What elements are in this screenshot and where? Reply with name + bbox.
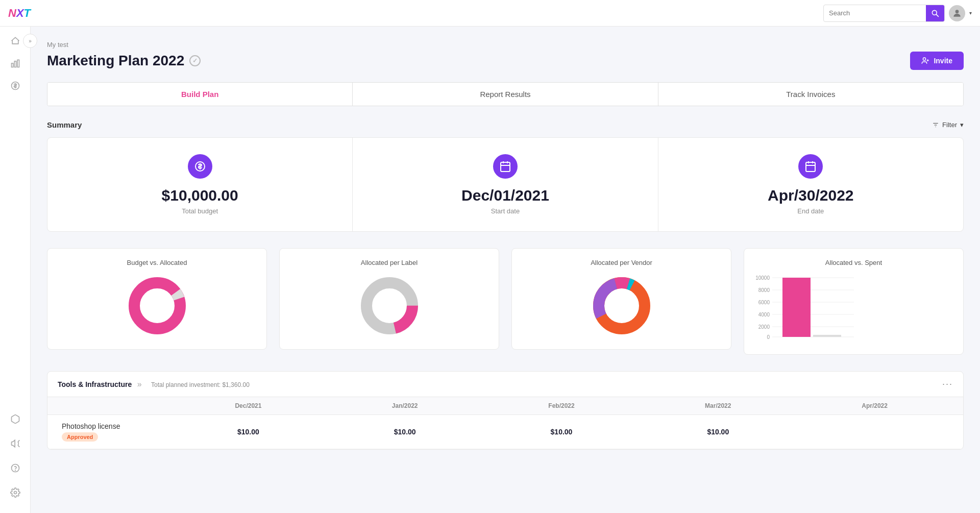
search-box	[823, 5, 945, 22]
table-arrow-icon: »	[137, 380, 142, 388]
start-date-value: Dec/01/2021	[365, 187, 645, 204]
end-date-label: End date	[671, 207, 951, 215]
tab-build-plan[interactable]: Build Plan	[47, 83, 353, 106]
end-date-icon	[798, 154, 823, 179]
sidebar-item-help[interactable]	[5, 458, 26, 476]
stat-card-budget: $10,000.00 Total budget	[47, 138, 353, 231]
summary-header: Summary Filter ▾	[47, 120, 964, 129]
chart-allocated-vs-spent: Allocated vs. Spent 10000 8000 6000 4000…	[744, 248, 964, 355]
budget-label: Total budget	[60, 207, 340, 215]
svg-text:0: 0	[767, 334, 770, 340]
stat-card-start: Dec/01/2021 Start date	[353, 138, 658, 231]
breadcrumb: My test	[47, 41, 964, 48]
filter-chevron-icon: ▾	[960, 121, 964, 129]
logo: NXT	[8, 7, 31, 20]
search-button[interactable]	[926, 5, 944, 22]
main-content: My test Marketing Plan 2022 ✓ Invite Bui…	[31, 27, 980, 476]
col-header-dec2021: Dec/2021	[170, 397, 327, 414]
sidebar-item-chart[interactable]	[5, 53, 26, 74]
svg-rect-51	[813, 335, 841, 337]
svg-text:4000: 4000	[758, 312, 770, 317]
tabs: Build Plan Report Results Track Invoices	[47, 82, 964, 106]
svg-line-7	[18, 440, 19, 442]
svg-point-37	[608, 292, 635, 319]
stat-cards: $10,000.00 Total budget Dec/01/2021 Star…	[47, 137, 964, 232]
row-name-photoshop: Photoshop license Approved	[58, 415, 170, 449]
svg-rect-3	[11, 63, 13, 67]
svg-point-2	[955, 10, 959, 13]
megaphone-icon	[10, 438, 20, 449]
table-section: Tools & Infrastructure » Total planned i…	[47, 371, 964, 450]
col-header-apr2022: Apr/2022	[796, 397, 953, 414]
row-val-feb: $10.00	[483, 421, 640, 443]
budget-icon	[188, 154, 212, 179]
col-header-jan2022: Jan/2022	[327, 397, 483, 414]
row-val-dec: $10.00	[170, 421, 327, 443]
row-val-jan: $10.00	[327, 421, 483, 443]
table-more-button[interactable]: ···	[942, 379, 953, 389]
end-date-value: Apr/30/2022	[671, 187, 951, 204]
help-icon	[10, 463, 20, 473]
bar-chart-svg: 10000 8000 6000 4000 2000 0	[754, 273, 856, 344]
svg-text:6000: 6000	[758, 300, 770, 305]
svg-point-10	[15, 470, 15, 471]
avatar-chevron-icon[interactable]: ▾	[969, 10, 972, 16]
filter-button[interactable]: Filter ▾	[932, 121, 964, 129]
status-badge: Approved	[62, 432, 98, 442]
sidebar: »	[0, 27, 31, 476]
stat-card-end: Apr/30/2022 End date	[658, 138, 963, 231]
sidebar-item-dollar[interactable]	[5, 76, 26, 96]
chart-allocated-per-label: Allocated per Label	[279, 248, 499, 350]
row-val-apr	[796, 425, 953, 439]
svg-rect-50	[782, 278, 811, 337]
page-title-row: Marketing Plan 2022 ✓ Invite	[47, 52, 964, 70]
page-title: Marketing Plan 2022 ✓	[47, 53, 201, 69]
col-header-mar2022: Mar/2022	[640, 397, 796, 414]
table-row: Photoshop license Approved $10.00 $10.00…	[47, 415, 963, 449]
invite-button[interactable]: Invite	[910, 52, 964, 70]
budget-value: $10,000.00	[60, 187, 340, 204]
table-column-headers: Dec/2021 Jan/2022 Feb/2022 Mar/2022 Apr/…	[47, 397, 963, 415]
avatar[interactable]	[949, 5, 965, 21]
svg-text:8000: 8000	[758, 287, 770, 293]
sidebar-item-box[interactable]	[5, 409, 26, 429]
svg-line-8	[18, 445, 19, 447]
chart-allocated-per-vendor: Allocated per Vendor	[511, 248, 731, 350]
table-section-title-row: Tools & Infrastructure » Total planned i…	[58, 380, 250, 389]
svg-text:10000: 10000	[755, 275, 770, 281]
sidebar-bottom	[5, 409, 26, 476]
summary-title: Summary	[47, 120, 82, 129]
table-section-title: Tools & Infrastructure	[58, 380, 132, 388]
topnav-right: ▾	[823, 5, 972, 22]
sidebar-item-megaphone[interactable]	[5, 433, 26, 454]
sidebar-toggle-button[interactable]: »	[23, 34, 37, 48]
topnav: NXT ▾	[0, 0, 980, 27]
svg-point-32	[376, 292, 403, 319]
col-header-name	[58, 397, 170, 414]
search-input[interactable]	[824, 9, 926, 17]
start-date-label: Start date	[365, 207, 645, 215]
row-val-mar: $10.00	[640, 421, 796, 443]
chart-budget-vs-allocated: Budget vs. Allocated	[47, 248, 267, 350]
home-icon	[10, 36, 20, 46]
start-date-icon	[493, 154, 518, 179]
svg-rect-4	[14, 61, 16, 67]
donut-budget	[58, 273, 256, 339]
tab-report-results[interactable]: Report Results	[353, 83, 658, 106]
svg-rect-19	[501, 162, 510, 172]
svg-text:2000: 2000	[758, 324, 770, 330]
svg-point-29	[144, 292, 170, 319]
svg-rect-5	[17, 60, 19, 67]
sidebar-item-home[interactable]	[5, 31, 26, 51]
invite-icon	[921, 57, 929, 65]
svg-line-1	[936, 14, 938, 16]
tab-track-invoices[interactable]: Track Invoices	[658, 83, 963, 106]
table-section-subtitle: Total planned investment: $1,360.00	[151, 381, 250, 388]
svg-rect-23	[806, 162, 815, 172]
donut-label	[290, 273, 488, 339]
svg-point-12	[923, 58, 926, 60]
dollar-icon	[10, 81, 20, 91]
bar-chart-icon	[10, 58, 20, 68]
charts-row: Budget vs. Allocated Allocated per Label	[47, 248, 964, 355]
donut-vendor	[522, 273, 721, 339]
